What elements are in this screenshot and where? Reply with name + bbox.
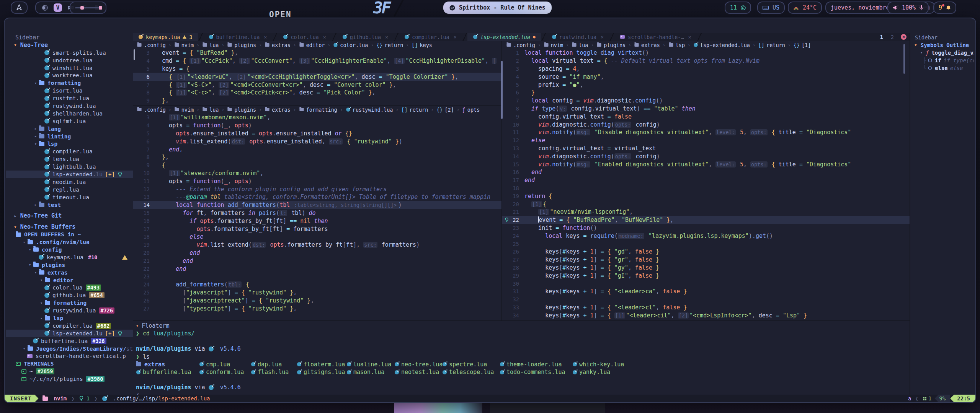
breadcrumb-item[interactable]: .config [137, 42, 166, 48]
breadcrumb-item[interactable]: []keys [412, 42, 432, 48]
breadcrumb-item[interactable]: nvim [544, 42, 564, 48]
breadcrumb-item[interactable]: []return [401, 107, 428, 113]
code-line[interactable]: 7 local config = vim.diagnostic.config() [502, 97, 910, 105]
tab-keymaps-lua[interactable]: keymaps.lua3 [133, 33, 198, 41]
code-line[interactable]: 3 spacing = 4, [502, 65, 910, 73]
tree-item[interactable]: ▸linting [6, 133, 133, 140]
music-widget[interactable]: Spiritbox - Rule Of Nines [443, 2, 552, 14]
tree-item[interactable]: ▾Juegos/Indies/SteamLibrary/st [6, 345, 133, 353]
code-line[interactable]: 10 vim.diagnostic.config(opts: config) [502, 120, 910, 128]
tree-item[interactable]: lsp-extended.lu[+] [6, 330, 133, 337]
tab-page-2[interactable]: 2 [887, 34, 898, 40]
tab-close-icon[interactable]: × [264, 34, 267, 40]
tab-color-lua[interactable]: color.lua× [278, 33, 331, 41]
slider-mark[interactable] [99, 6, 102, 10]
tree-item[interactable]: shellharden.lua [6, 110, 133, 117]
code-line[interactable]: 8 if type(v: config.virtual_text) == "ta… [502, 105, 910, 113]
firefox-icon[interactable] [41, 3, 49, 12]
tree-item[interactable]: ▾formatting [6, 299, 133, 307]
tab-page-1[interactable]: 1 [876, 34, 887, 40]
code-line[interactable]: 24 add_formatters(tbl: { [133, 281, 501, 289]
close-all-icon[interactable]: × [901, 34, 906, 40]
breadcrumb-item[interactable]: []return [758, 42, 785, 48]
code-line[interactable]: 16 end [502, 168, 910, 176]
tab-github-lua[interactable]: github.lua× [337, 33, 394, 41]
tree-item[interactable]: rustfmt.lua [6, 94, 133, 102]
symbol-item[interactable]: ▾ƒtoggle_diag_virtextfu [910, 49, 974, 57]
layout-chip[interactable]: US [757, 2, 785, 14]
code-line[interactable]: 27 ["typescript"] = { "rustywind" }, [133, 304, 501, 312]
tree-item[interactable]: ▸test [6, 201, 133, 209]
tab-scrollbar-handle-[interactable]: scrollbar-handle-…× [614, 33, 696, 41]
code-line[interactable]: 12 --- Extend the conform plugin config … [133, 185, 501, 193]
tree-item[interactable]: undotree.lua [6, 57, 133, 64]
breadcrumb-item[interactable]: nvim [174, 42, 194, 48]
code-line[interactable]: 3 event = { "BufRead" }, [133, 49, 501, 57]
code-line[interactable]: 26 ["javascriptreact"] = { "rustywind" }… [133, 296, 501, 304]
floaterm-header[interactable]: ▾Floaterm [136, 322, 910, 330]
code-line[interactable]: 4 source = "if_many", [502, 73, 910, 81]
symbol-item[interactable]: └elseelse [910, 64, 974, 72]
weather-chip[interactable]: 24°C [788, 2, 822, 14]
code-line[interactable]: 22 end [133, 265, 501, 273]
tree-item[interactable]: OPEN BUFFERS in ~ [6, 231, 133, 238]
scrollbar-handle[interactable] [134, 49, 135, 60]
breadcrumb-item[interactable]: plugins [596, 42, 626, 48]
volume-chip[interactable]: 100% [887, 2, 929, 14]
breadcrumb-item[interactable]: lsp [668, 42, 685, 48]
code-line[interactable]: 17 opts.formatters_by_ft[ft] = formatter… [133, 225, 501, 233]
breadcrumb-item[interactable]: lua [202, 107, 219, 113]
code-line[interactable]: 13 ---@param tbl table<string, conform.F… [133, 193, 501, 201]
tree-item[interactable]: ▾lsp [6, 140, 133, 148]
code-line[interactable]: 14 vim.diagnostic.config(opts: config) [502, 152, 910, 160]
code-line[interactable]: 21 end [133, 257, 501, 265]
slider-mark[interactable] [80, 6, 84, 10]
code-line[interactable]: 18 else [133, 233, 501, 241]
code-line[interactable]: 23 init = function() [502, 224, 910, 232]
code-line[interactable]: 6 vim.list_extend(dst: opts.ensure_insta… [133, 137, 501, 145]
code-line[interactable]: 26 keys[#keys + 1] = { "gd", false } [502, 248, 910, 256]
tree-item[interactable]: color.lua#493 [6, 284, 133, 292]
stat-chip[interactable]: 11 [725, 2, 751, 14]
symbols-outline-header[interactable]: ▾Symbols Outline [910, 41, 974, 49]
tree-item[interactable]: ▾.config/nvim/lua [6, 238, 133, 246]
breadcrumb-item[interactable]: lua [572, 42, 588, 48]
code-line[interactable]: 19 vim.list_extend(dst: opts.formatters_… [133, 241, 501, 249]
tree-item[interactable]: repl.lua [6, 186, 133, 193]
tree-item[interactable]: rustywind.lua#726 [6, 307, 133, 314]
breadcrumb-item[interactable]: lua [202, 42, 219, 48]
tab-close-icon[interactable]: × [688, 34, 691, 40]
code-line[interactable]: 23 [133, 273, 501, 281]
code-line[interactable]: 19return { [502, 192, 910, 200]
tree-item[interactable]: scrollbar-handle-vertical.p [6, 353, 133, 360]
code-line[interactable]: 17end [502, 176, 910, 184]
code-line[interactable]: 2 local virtual_text = { -- Default virt… [502, 57, 910, 65]
breadcrumb-item[interactable]: extras [634, 42, 660, 48]
code-line[interactable]: 5 opts.ensure_installed = opts.ensure_in… [133, 130, 501, 138]
tree-item[interactable]: keymaps.lua#10 [6, 254, 133, 261]
tree-item[interactable]: smart-splits.lua [6, 49, 133, 57]
code-line[interactable]: 18 [502, 184, 910, 192]
tree-item[interactable]: TERMINALS [6, 360, 133, 367]
symbol-item[interactable]: ├ifif type(config.vi [910, 57, 974, 64]
code-line[interactable]: 34 keys[#keys + 1] = { [1]"<leader>cil",… [502, 311, 910, 319]
breadcrumb-item[interactable]: rustywind.lua [346, 107, 393, 113]
breadcrumb-item[interactable]: ƒopts [462, 107, 480, 113]
breadcrumb-item[interactable]: extras [265, 107, 291, 113]
code-line[interactable]: 28 keys[#keys + 1] = { "gy", false } [502, 264, 910, 272]
code-line[interactable]: 25 [502, 240, 910, 248]
code-line[interactable]: 1local function toggle_diag_virtext() [502, 49, 910, 57]
breadcrumb-item[interactable]: {}return [376, 42, 403, 48]
tree-item[interactable]: ▾plugins [6, 261, 133, 269]
notif-chip[interactable]: 9 [933, 2, 956, 14]
code-line[interactable]: 13 config.virtual_text = virtual_text [502, 145, 910, 153]
code-line[interactable]: 9 config.virtual_text = false [502, 112, 910, 120]
tab-close-icon[interactable]: × [601, 34, 604, 40]
code-line[interactable]: 7 end, [133, 145, 501, 153]
tree-item[interactable]: compiler.lua#682 [6, 322, 133, 330]
tree-item[interactable]: winshift.lua [6, 64, 133, 72]
tree-section-neo-tree-git[interactable]: ▸Neo-Tree Git [6, 212, 133, 220]
tree-item[interactable]: ▾extras [6, 269, 133, 276]
tab-close-icon[interactable]: × [323, 34, 326, 40]
code-line[interactable]: 7 { [1]"<S-C>", [2]"<cmd>CccConvert<cr>"… [133, 81, 501, 89]
